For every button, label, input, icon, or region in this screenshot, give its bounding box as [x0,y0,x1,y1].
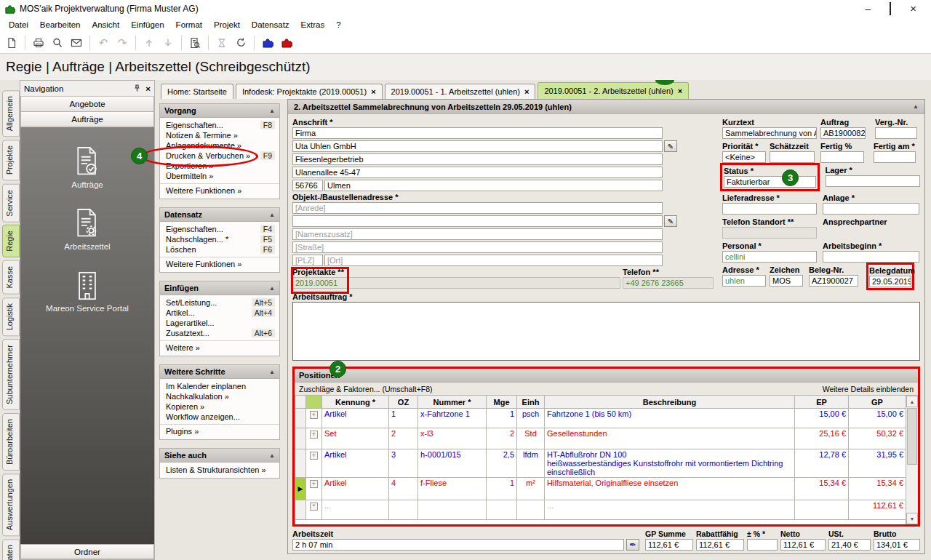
table-row[interactable]: + Set 2 x-l3 2 Std Gesellenstunden 25,16… [295,428,906,449]
menu-format[interactable]: Format [170,19,208,31]
navigation-close-icon[interactable]: × [145,84,151,93]
objekt-strasse-input[interactable]: [Straße] [292,241,663,253]
cmd-uebermitteln[interactable]: Übermitteln » [160,171,279,181]
anschrift-line4-input[interactable]: Ulanenallee 45-47 [292,167,663,178]
module-tab-kasse[interactable]: Kasse [2,260,20,295]
arbeitszeit-input[interactable]: 2 h 07 min [292,539,624,551]
new-document-icon[interactable] [3,34,20,52]
new-row-icon[interactable]: * [310,503,318,511]
schaetzzeit-input[interactable] [770,151,815,163]
tab-infodesk[interactable]: Infodesk: Projektakte (2019.00051)× [236,84,383,99]
scrollbar-thumb[interactable] [907,408,917,465]
nav-button-ordner[interactable]: Ordner [20,544,154,559]
cmd-lagerartikel[interactable]: Lagerartikel... [160,318,279,328]
personal-input[interactable]: cellini [722,251,817,263]
auftrag-input[interactable]: AB1900082 [820,127,866,139]
projektakte-value[interactable]: 2019.00051 [292,277,620,289]
collapse-icon[interactable]: ▲ [269,369,275,375]
anlage-input[interactable] [823,203,919,215]
anschrift-line1-input[interactable]: Firma [292,127,663,139]
module-tab-allgemein[interactable]: Allgemein [2,90,20,137]
expand-row-icon[interactable]: + [310,452,318,460]
menu-extras[interactable]: Extras [295,19,331,31]
plugin-red-icon[interactable] [278,34,295,52]
plugin-blue-icon[interactable] [259,34,276,52]
print-icon[interactable] [30,34,47,52]
cmd-plugins[interactable]: Plugins » [160,424,279,436]
restore-icon[interactable] [890,5,891,12]
tab-close-icon[interactable]: × [678,87,682,95]
nav-shortcut-mareon[interactable]: Mareon Service Portal [46,270,129,313]
prioritaet-input[interactable]: <Keine> [722,151,766,163]
module-tab-auswertungen[interactable]: Auswertungen [2,473,20,536]
nav-shortcut-auftraege[interactable]: Aufträge [71,146,103,189]
table-scrollbar[interactable]: ▲ ▼ [906,396,918,524]
zuschlaege-faktoren-link[interactable]: Zuschläge & Faktoren... (Umschalt+F8) [299,385,433,393]
cmd-nachkalkulation[interactable]: Nachkalkulation » [160,391,279,401]
anschrift-line3-input[interactable]: Fliesenlegerbetrieb [292,153,663,165]
scroll-up-icon[interactable]: ▲ [906,396,918,407]
objekt-anrede-input[interactable]: [Anrede] [292,202,663,214]
anschrift-line2-input[interactable]: Uta Uhlen GmbH [292,140,663,152]
anschrift-ort-input[interactable]: Ulmen [324,180,663,191]
telefon-value[interactable]: +49 2676 23665 [623,277,714,289]
lager-input[interactable] [826,175,920,187]
move-down-icon[interactable] [159,34,177,52]
tab-close-icon[interactable]: × [524,87,529,96]
module-tab-logistik[interactable]: Logistik [2,297,20,336]
expand-row-icon[interactable]: + [310,411,318,419]
collapse-icon[interactable]: ▲ [269,212,275,218]
rabatt-prozent-input[interactable] [747,539,778,551]
collapse-icon[interactable]: ▲ [913,103,919,110]
kurztext-input[interactable]: Sammelabrechnung von Ar [722,127,817,139]
anschrift-plz-input[interactable]: 56766 [292,180,323,191]
edit-time-button[interactable]: ✒ [626,539,639,551]
move-up-icon[interactable] [140,34,158,52]
menu-projekt[interactable]: Projekt [208,19,246,31]
cmd-kalender-einplanen[interactable]: Im Kalender einplanen [160,381,279,391]
weitere-details-link[interactable]: Weitere Details einblenden [823,385,914,393]
status-input[interactable]: Fakturierbar [724,176,816,188]
zeichen-input[interactable]: MOS [770,275,803,287]
arbeitsauftrag-textarea[interactable] [292,302,920,361]
menu-einfuegen[interactable]: Einfügen [125,19,169,31]
menu-ansicht[interactable]: Ansicht [86,19,125,31]
lieferadresse-input[interactable] [722,203,817,215]
address-lookup-button[interactable]: ✎ [664,140,677,152]
objekt-ort-input[interactable]: [Ort] [324,255,663,266]
cmd-listen-strukturansichten[interactable]: Listen & Strukturansichten » [160,465,279,475]
cmd-weitere-funktionen-vorgang[interactable]: Weitere Funktionen » [160,183,279,196]
address-lookup-button[interactable]: ✎ [664,215,677,227]
refresh-icon[interactable] [232,34,249,52]
beleg-nr-input[interactable]: AZ1900027 [809,275,858,287]
cmd-anlagendokumente[interactable]: Anlagendokumente » [160,140,279,151]
close-icon[interactable]: × [910,5,916,12]
scroll-down-icon[interactable]: ▼ [906,513,918,524]
arbeitsbeginn-input[interactable] [823,251,919,263]
expand-row-icon[interactable]: + [310,431,318,439]
fertig-am-input[interactable] [874,151,916,163]
menu-hilfe[interactable]: ? [330,19,346,31]
module-tab-regie[interactable]: Regie [2,225,20,257]
cmd-workflow-anzeigen[interactable]: Workflow anzeigen... [160,412,279,422]
table-row-current[interactable]: ▶ + Artikel 4 f-Fliese 1 m² Hilfsmateria… [295,478,906,500]
cmd-exportieren[interactable]: Exportieren » [160,161,279,171]
table-row-new[interactable]: * ... ... 112,61 € [295,500,906,520]
collapse-icon[interactable]: ▲ [269,108,275,114]
nav-button-angebote[interactable]: Angebote [20,97,154,112]
telefon-standort-value[interactable] [722,227,817,239]
expand-row-icon[interactable]: + [310,480,318,488]
minimize-icon[interactable]: – [865,5,871,12]
cmd-set-leistung[interactable]: Set/Leistung...Alt+5 [160,297,279,308]
cmd-eigenschaften-vorgang[interactable]: Eigenschaften...F8 [160,120,279,130]
table-row[interactable]: + Artikel 3 h-0001/015 2,5 lfdm HT-Abflu… [295,449,906,478]
cmd-artikel[interactable]: Artikel...Alt+4 [160,308,279,318]
module-tab-service[interactable]: Service [2,184,20,223]
verg-nr-input[interactable] [875,127,917,139]
cmd-kopieren[interactable]: Kopieren » [160,401,279,412]
cmd-nachschlagen[interactable]: Nachschlagen... *F5 [160,234,279,244]
collapse-icon[interactable]: ▲ [269,285,275,292]
document-search-icon[interactable] [186,34,204,52]
nav-shortcut-arbeitszettel[interactable]: Arbeitszettel [64,208,110,251]
menu-bearbeiten[interactable]: Bearbeiten [34,19,87,31]
